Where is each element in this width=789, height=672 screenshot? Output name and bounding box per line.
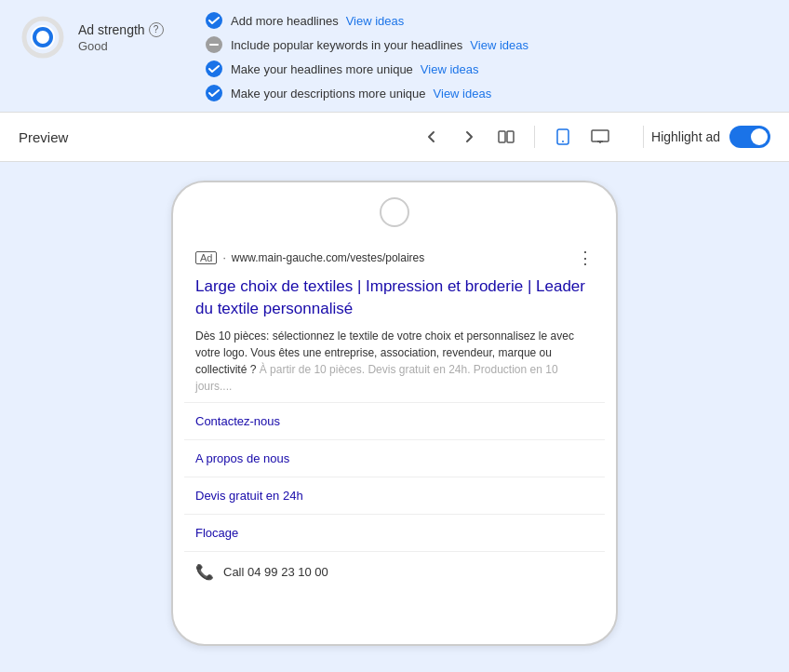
- columns-button[interactable]: [489, 120, 523, 154]
- svg-point-13: [562, 141, 564, 142]
- ad-link-item-1[interactable]: A propos de nous: [184, 440, 605, 477]
- highlight-toggle[interactable]: [729, 126, 770, 148]
- toggle-slider: [729, 126, 770, 148]
- prev-button[interactable]: [415, 120, 448, 154]
- ad-call-label: Call 04 99 23 10 00: [223, 565, 328, 579]
- check-icon: [205, 60, 223, 78]
- svg-rect-7: [209, 44, 219, 46]
- ad-header: Ad · www.main-gauche.com/vestes/polaires…: [184, 238, 605, 272]
- suggestion-item: Make your descriptions more unique View …: [205, 84, 770, 102]
- svg-point-4: [38, 33, 47, 42]
- phone-icon: 📞: [195, 563, 214, 581]
- ad-badge: Ad: [195, 251, 217, 264]
- strength-label-text: Ad strength: [78, 22, 145, 37]
- preview-label: Preview: [19, 129, 68, 145]
- ad-call: 📞 Call 04 99 23 10 00: [184, 552, 605, 592]
- toolbar-divider: [534, 126, 535, 148]
- help-icon[interactable]: ?: [149, 22, 164, 37]
- svg-rect-14: [592, 130, 608, 141]
- view-ideas-link-2[interactable]: View ideas: [421, 62, 479, 76]
- ad-link-item-2[interactable]: Devis gratuit en 24h: [184, 477, 605, 515]
- desktop-icon: [591, 129, 609, 144]
- view-ideas-link-3[interactable]: View ideas: [434, 87, 492, 101]
- ad-url: www.main-gauche.com/vestes/polaires: [232, 251, 424, 264]
- highlight-ad-section: Highlight ad: [651, 126, 770, 148]
- highlight-divider: [643, 126, 644, 148]
- toolbar-icons: [415, 120, 617, 154]
- ad-strength-box: Ad strength ? Good: [19, 9, 186, 61]
- suggestion-text: Make your descriptions more unique: [231, 87, 426, 101]
- ad-description: Dès 10 pièces: sélectionnez le textile d…: [184, 328, 605, 402]
- next-button[interactable]: [452, 120, 486, 154]
- view-ideas-link-0[interactable]: View ideas: [346, 14, 405, 28]
- strength-value: Good: [78, 39, 164, 53]
- highlight-label: Highlight ad: [651, 129, 720, 144]
- ad-more-button[interactable]: ⋮: [577, 248, 594, 268]
- mobile-icon: [556, 128, 569, 145]
- svg-rect-10: [499, 131, 505, 142]
- check-icon: [205, 11, 223, 30]
- columns-icon: [498, 129, 515, 144]
- ad-meta: Ad · www.main-gauche.com/vestes/polaires: [195, 251, 424, 264]
- ad-links: Contactez-nous A propos de nous Devis gr…: [184, 402, 605, 592]
- phone-mockup: Ad · www.main-gauche.com/vestes/polaires…: [171, 181, 618, 646]
- preview-area: Ad · www.main-gauche.com/vestes/polaires…: [0, 162, 789, 665]
- view-ideas-link-1[interactable]: View ideas: [470, 38, 528, 52]
- ad-link-item-3[interactable]: Flocage: [184, 515, 605, 552]
- mobile-view-button[interactable]: [546, 120, 580, 154]
- partial-icon: [205, 35, 223, 54]
- svg-rect-11: [507, 131, 514, 142]
- strength-icon: [19, 13, 67, 61]
- strength-text: Ad strength ? Good: [78, 22, 164, 53]
- chevron-right-icon: [461, 129, 476, 144]
- suggestion-item: Include popular keywords in your headlin…: [205, 35, 770, 54]
- check-icon: [205, 84, 223, 102]
- desktop-view-button[interactable]: [583, 120, 617, 154]
- ad-separator: ·: [222, 251, 225, 264]
- suggestion-text: Make your headlines more unique: [231, 62, 413, 76]
- suggestions-list: Add more headlines View ideas Include po…: [205, 9, 770, 102]
- ad-card: Ad · www.main-gauche.com/vestes/polaires…: [184, 238, 605, 592]
- suggestion-text: Add more headlines: [231, 14, 339, 28]
- ad-link-item-0[interactable]: Contactez-nous: [184, 403, 605, 440]
- phone-notch: [380, 197, 409, 227]
- chevron-left-icon: [424, 129, 439, 144]
- suggestion-text: Include popular keywords in your headlin…: [231, 38, 462, 52]
- top-section: Ad strength ? Good Add more headlines Vi…: [0, 0, 789, 112]
- suggestion-item: Make your headlines more unique View ide…: [205, 60, 770, 78]
- strength-label: Ad strength ?: [78, 22, 164, 37]
- preview-toolbar: Preview: [0, 112, 789, 162]
- ad-title: Large choix de textiles | Impression et …: [184, 272, 605, 328]
- suggestion-item: Add more headlines View ideas: [205, 11, 770, 30]
